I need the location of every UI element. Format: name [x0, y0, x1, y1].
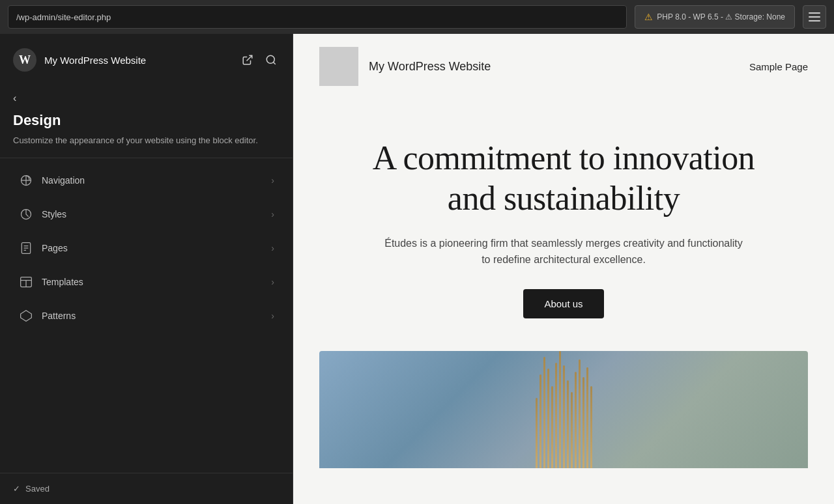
external-link-button[interactable]: [239, 51, 256, 68]
svg-line-2: [247, 55, 252, 61]
patterns-label: Patterns: [42, 311, 271, 321]
status-badge: ⚠ PHP 8.0 - WP 6.5 - ⚠ Storage: None: [635, 5, 795, 29]
site-logo-placeholder: [319, 47, 358, 86]
patterns-chevron-icon: ›: [271, 311, 274, 321]
templates-chevron-icon: ›: [271, 277, 274, 287]
architecture-image: [319, 351, 808, 468]
status-badge-text: PHP 8.0 - WP 6.5 - ⚠ Storage: None: [657, 12, 785, 21]
svg-marker-16: [21, 310, 32, 321]
design-description: Customize the appearance of your website…: [13, 134, 280, 147]
arch-lines-decoration: [417, 351, 710, 468]
styles-label: Styles: [42, 209, 271, 219]
hamburger-button[interactable]: [803, 5, 826, 29]
sidebar-header: W My WordPress Website: [0, 34, 293, 79]
preview-hero-title: A commitment to innovation and sustainab…: [345, 138, 782, 219]
back-icon: ‹: [13, 92, 16, 104]
templates-icon: [18, 274, 34, 290]
navigation-label: Navigation: [42, 175, 271, 186]
navigation-chevron-icon: ›: [271, 175, 274, 186]
sidebar: W My WordPress Website: [0, 34, 293, 504]
wordpress-logo: W: [13, 48, 36, 72]
pages-chevron-icon: ›: [271, 243, 274, 253]
preview-hero-section: A commitment to innovation and sustainab…: [293, 99, 834, 351]
svg-text:W: W: [19, 53, 31, 66]
browser-bar: ⚠ PHP 8.0 - WP 6.5 - ⚠ Storage: None: [0, 0, 834, 34]
preview-site-header: My WordPress Website Sample Page: [293, 34, 834, 99]
design-title: Design: [13, 112, 280, 129]
pages-icon: [18, 240, 34, 256]
sidebar-item-templates[interactable]: Templates ›: [5, 265, 287, 299]
templates-label: Templates: [42, 277, 271, 287]
url-bar[interactable]: [8, 5, 627, 29]
sidebar-item-styles[interactable]: Styles ›: [5, 197, 287, 231]
preview-content: My WordPress Website Sample Page A commi…: [293, 34, 834, 504]
nav-list: Navigation › Styles ›: [0, 158, 293, 473]
sidebar-item-pages[interactable]: Pages ›: [5, 231, 287, 265]
patterns-icon: [18, 308, 34, 324]
design-section: ‹ Design Customize the appearance of you…: [0, 79, 293, 158]
search-icon: [265, 54, 277, 66]
preview-area[interactable]: My WordPress Website Sample Page A commi…: [293, 34, 834, 504]
sidebar-footer: ✓ Saved: [0, 473, 293, 504]
search-button[interactable]: [263, 51, 280, 68]
preview-nav-link: Sample Page: [749, 61, 808, 72]
hamburger-icon: [809, 12, 820, 21]
warning-icon: ⚠: [644, 12, 653, 22]
navigation-icon: [18, 173, 34, 188]
back-button[interactable]: ‹: [13, 92, 16, 104]
about-us-button[interactable]: About us: [523, 289, 603, 318]
main-layout: W My WordPress Website: [0, 34, 834, 504]
styles-icon: [18, 206, 34, 222]
preview-hero-subtitle: Études is a pioneering firm that seamles…: [381, 235, 746, 268]
external-link-icon: [242, 54, 253, 66]
preview-image-section: [293, 351, 834, 468]
styles-chevron-icon: ›: [271, 209, 274, 219]
svg-line-4: [273, 62, 275, 64]
sidebar-item-patterns[interactable]: Patterns ›: [5, 299, 287, 333]
sidebar-item-navigation[interactable]: Navigation ›: [5, 163, 287, 197]
header-icons: [239, 51, 280, 68]
pages-label: Pages: [42, 243, 271, 253]
saved-check-icon: ✓: [13, 484, 20, 494]
site-title: My WordPress Website: [44, 55, 231, 66]
saved-status: Saved: [25, 484, 50, 494]
svg-point-3: [266, 55, 274, 63]
preview-site-name: My WordPress Website: [369, 60, 749, 74]
